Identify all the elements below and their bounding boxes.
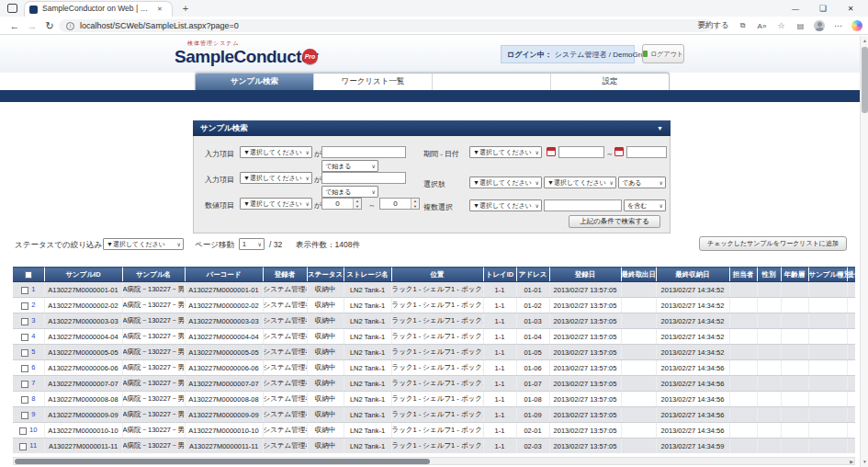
column-header[interactable]: サンプル名 bbox=[122, 268, 185, 282]
row-checkbox[interactable] bbox=[19, 443, 27, 450]
date-item-select[interactable]: ▼選択してください bbox=[469, 146, 542, 158]
column-header[interactable]: バーコード bbox=[185, 268, 263, 282]
row-checkbox[interactable] bbox=[19, 427, 27, 435]
hscroll-thumb[interactable] bbox=[15, 459, 430, 464]
cell-last_out bbox=[621, 313, 656, 329]
numeric-item-select[interactable]: ▼選択してください bbox=[240, 198, 312, 210]
column-header[interactable]: 登録者 bbox=[263, 268, 307, 282]
row-number-link[interactable]: 5 bbox=[31, 347, 35, 356]
site-info-icon[interactable] bbox=[66, 22, 74, 30]
column-header[interactable]: 担当者 bbox=[729, 268, 757, 282]
calendar-icon-to[interactable] bbox=[614, 147, 624, 156]
address-bar[interactable]: localhost/SCWeb/SampleList.aspx?page=0 bbox=[59, 19, 713, 32]
search-button[interactable]: 上記の条件で検索する bbox=[569, 215, 660, 228]
collapse-arrow-icon[interactable] bbox=[657, 125, 663, 131]
row-number-link[interactable]: 7 bbox=[31, 379, 35, 387]
row-number-link[interactable]: 8 bbox=[31, 394, 35, 403]
window-restore-button[interactable] bbox=[809, 0, 837, 17]
column-header[interactable]: トレイID bbox=[483, 268, 516, 282]
window-close-button[interactable] bbox=[837, 0, 864, 17]
input-item-select-1[interactable]: ▼選択してください bbox=[240, 146, 312, 158]
table-horizontal-scrollbar[interactable] bbox=[13, 457, 855, 465]
tab-workspaces-icon[interactable] bbox=[7, 4, 17, 13]
match-type-select-2[interactable]: で始まる bbox=[321, 186, 378, 198]
row-number-link[interactable]: 10 bbox=[29, 426, 37, 434]
numeric-max-stepper[interactable]: 0 bbox=[379, 198, 420, 210]
translate-icon[interactable] bbox=[737, 20, 749, 32]
column-header[interactable]: 性別 bbox=[757, 268, 781, 282]
choice-value-select[interactable]: ▼選択してください bbox=[544, 177, 616, 188]
tab-close-icon[interactable] bbox=[155, 5, 164, 14]
calendar-icon-from[interactable] bbox=[547, 147, 556, 156]
panel-header[interactable]: サンプル検索 bbox=[193, 120, 671, 136]
multi-value-input[interactable] bbox=[544, 199, 622, 211]
select-all-checkbox[interactable] bbox=[25, 271, 32, 279]
row-checkbox[interactable] bbox=[21, 349, 28, 357]
choice-operator-select[interactable]: である bbox=[618, 177, 666, 188]
vscroll-thumb[interactable] bbox=[862, 47, 868, 113]
read-aloud-icon[interactable] bbox=[756, 20, 768, 32]
row-checkbox[interactable] bbox=[21, 334, 28, 341]
tab-3[interactable]: 設定 bbox=[551, 74, 669, 90]
row-checkbox[interactable] bbox=[21, 396, 28, 404]
row-number-link[interactable]: 1 bbox=[31, 285, 35, 293]
column-header[interactable]: ステータス bbox=[307, 268, 344, 282]
input-item-select-2[interactable]: ▼選択してください bbox=[240, 172, 312, 184]
logout-button[interactable]: ログアウト bbox=[642, 44, 684, 63]
profile-avatar[interactable] bbox=[814, 20, 825, 31]
row-checkbox[interactable] bbox=[21, 318, 28, 325]
column-header[interactable]: サンプル種別 bbox=[808, 268, 847, 282]
column-header[interactable]: 最終収納日 bbox=[656, 268, 729, 282]
row-checkbox[interactable] bbox=[21, 302, 28, 310]
column-header[interactable]: サンプルID bbox=[44, 268, 122, 282]
input-item-text-2[interactable] bbox=[321, 172, 406, 184]
choice-item-select[interactable]: ▼選択してください bbox=[469, 177, 542, 188]
multi-item-select[interactable]: ▼選択してください bbox=[469, 199, 542, 211]
row-checkbox[interactable] bbox=[21, 381, 28, 388]
window-minimize-button[interactable] bbox=[782, 0, 809, 17]
input-item-text-1[interactable] bbox=[321, 146, 406, 158]
row-number-link[interactable]: 2 bbox=[31, 301, 35, 309]
row-number-link[interactable]: 3 bbox=[31, 316, 35, 325]
multi-operator-select[interactable]: を含む bbox=[624, 199, 666, 211]
row-number-link[interactable]: 4 bbox=[31, 332, 35, 340]
column-header[interactable]: ストレージ名 bbox=[344, 268, 391, 282]
page-vertical-scrollbar[interactable] bbox=[860, 36, 868, 467]
row-number-link[interactable]: 11 bbox=[29, 441, 37, 450]
column-header[interactable]: 登録日 bbox=[549, 268, 621, 282]
column-header[interactable]: 提供者 bbox=[847, 268, 855, 282]
row-checkbox[interactable] bbox=[21, 412, 28, 419]
column-header[interactable]: 年齢層 bbox=[781, 268, 808, 282]
row-checkbox[interactable] bbox=[21, 365, 28, 372]
browser-tab[interactable]: SampleConductor on Web | 検… bbox=[24, 1, 173, 17]
tab-0[interactable]: サンプル検索 bbox=[196, 74, 314, 90]
date-from-input[interactable] bbox=[558, 146, 604, 158]
date-to-input[interactable] bbox=[626, 146, 667, 158]
favorites-star-icon[interactable] bbox=[775, 20, 787, 32]
copilot-icon[interactable] bbox=[851, 20, 862, 31]
page-select[interactable]: 1 bbox=[239, 238, 265, 250]
add-to-worklist-button[interactable]: チェックしたサンプルをワークリストに追加 bbox=[699, 236, 847, 251]
status-filter-select[interactable]: ▼選択してください bbox=[103, 238, 184, 250]
row-number-link[interactable]: 6 bbox=[31, 363, 35, 371]
collections-icon[interactable] bbox=[795, 20, 806, 32]
refresh-button[interactable] bbox=[42, 18, 57, 33]
match-type-select-1[interactable]: で始まる bbox=[321, 160, 378, 172]
hscroll-right-arrow-icon[interactable] bbox=[850, 459, 853, 465]
column-header[interactable]: アドレス bbox=[516, 268, 549, 282]
browser-menu-icon[interactable] bbox=[832, 20, 844, 32]
tab-1[interactable]: ワークリスト一覧 bbox=[314, 74, 433, 90]
table-row: 3A130227M0000003-03A病院－130227－男性A130227M… bbox=[13, 313, 855, 329]
row-checkbox[interactable] bbox=[21, 287, 28, 294]
column-header[interactable]: 位置 bbox=[391, 268, 483, 282]
column-header[interactable]: 最終取出日 bbox=[621, 268, 656, 282]
cell-sample_type bbox=[808, 360, 847, 376]
numeric-min-stepper[interactable]: 0 bbox=[321, 198, 362, 210]
row-number-link[interactable]: 9 bbox=[31, 410, 35, 418]
new-tab-button[interactable] bbox=[180, 3, 191, 14]
back-button[interactable] bbox=[7, 18, 22, 33]
cell-storage: LN2 Tank-1 bbox=[344, 282, 391, 298]
summarize-button[interactable]: 要約する bbox=[698, 20, 729, 31]
vscroll-up-arrow-icon[interactable] bbox=[861, 37, 868, 45]
vscroll-down-arrow-icon[interactable] bbox=[861, 458, 868, 466]
